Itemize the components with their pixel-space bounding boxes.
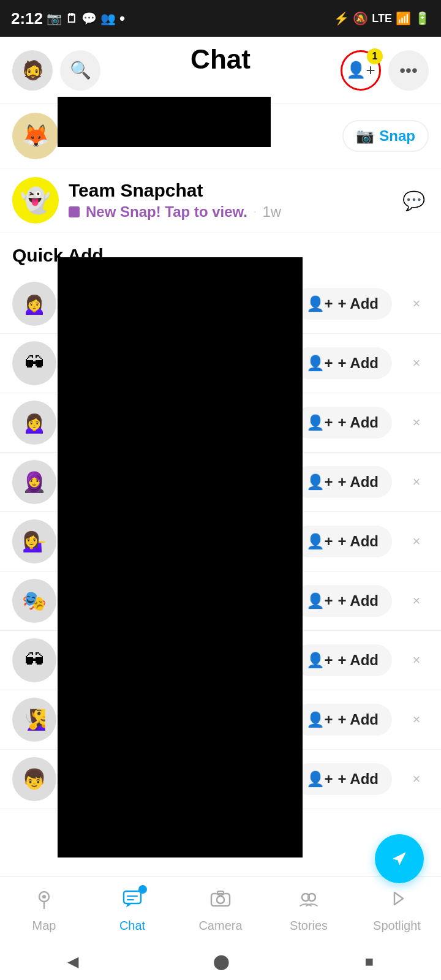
qa-add-button-7[interactable]: 👤+ + Add <box>293 644 392 676</box>
user-avatar[interactable]: 🧔 <box>12 50 53 91</box>
home-button[interactable]: ⬤ <box>213 953 230 970</box>
qa-add-button-4[interactable]: 👤+ + Add <box>293 466 392 498</box>
add-label-9: + Add <box>338 771 379 788</box>
status-bar: 2:12 📷 🗒 💬 👥 • ⚡ 🔕 LTE 📶 🔋 <box>0 0 441 37</box>
qa-dismiss-8[interactable]: × <box>404 707 429 732</box>
add-friend-small-icon: 👤+ <box>306 473 333 491</box>
search-button[interactable]: 🔍 <box>60 50 100 91</box>
chat-header: 🧔 🔍 Chat 👤+ 1 ••• <box>0 37 441 104</box>
redacted-content-2 <box>58 257 303 858</box>
qa-avatar-4: 🧕 <box>12 460 56 504</box>
qa-add-button-1[interactable]: 👤+ + Add <box>293 288 392 320</box>
teams-icon: 👥 <box>100 11 116 26</box>
nav-item-map[interactable]: Map <box>0 888 88 933</box>
photo-icon: 📷 <box>47 11 62 26</box>
team-snapchat-content: Team Snapchat New Snap! Tap to view. · 1… <box>69 180 388 221</box>
snap-label: Snap <box>379 127 415 145</box>
redacted-content-1 <box>58 97 271 147</box>
qa-add-button-8[interactable]: 👤+ + Add <box>293 704 392 736</box>
nav-item-spotlight[interactable]: Spotlight <box>353 888 441 933</box>
add-label-6: + Add <box>338 592 379 609</box>
signal-icon: 📶 <box>396 11 411 26</box>
qa-avatar-2: 🕶 <box>12 341 56 385</box>
add-label-5: + Add <box>338 533 379 550</box>
qa-avatar-7: 🕶 <box>12 638 56 682</box>
notification-badge: 1 <box>367 48 383 64</box>
nav-label-spotlight: Spotlight <box>373 919 421 933</box>
purple-snap-dot <box>69 206 80 217</box>
chat-item-team-snapchat[interactable]: 👻 Team Snapchat New Snap! Tap to view. ·… <box>0 168 441 233</box>
dot-indicator: • <box>119 9 125 28</box>
qa-avatar-5: 💁‍♀️ <box>12 519 56 564</box>
new-snap-text: New Snap! Tap to view. <box>86 203 247 221</box>
more-options-button[interactable]: ••• <box>388 50 429 91</box>
qa-dismiss-3[interactable]: × <box>404 410 429 435</box>
snap-button[interactable]: 📷 Snap <box>342 120 429 152</box>
camera-icon: 📷 <box>356 127 374 145</box>
nav-label-map: Map <box>32 919 56 933</box>
add-label-4: + Add <box>338 473 379 491</box>
qa-dismiss-1[interactable]: × <box>404 292 429 316</box>
qa-add-button-6[interactable]: 👤+ + Add <box>293 585 392 617</box>
qa-add-button-5[interactable]: 👤+ + Add <box>293 526 392 557</box>
add-label-8: + Add <box>338 711 379 728</box>
qa-dismiss-5[interactable]: × <box>404 529 429 554</box>
add-friend-small-icon: 👤+ <box>306 295 333 312</box>
add-label-7: + Add <box>338 652 379 669</box>
qa-add-button-3[interactable]: 👤+ + Add <box>293 407 392 439</box>
nav-item-stories[interactable]: Stories <box>265 888 353 933</box>
add-friend-small-icon: 👤+ <box>306 533 333 550</box>
battery-icon: 🔋 <box>415 11 430 26</box>
messenger-icon: 💬 <box>81 11 97 26</box>
svg-marker-10 <box>394 892 403 905</box>
qa-dismiss-7[interactable]: × <box>404 648 429 673</box>
add-friend-small-icon: 👤+ <box>306 414 333 431</box>
team-snapchat-preview: New Snap! Tap to view. · 1w <box>69 203 388 221</box>
android-nav-bar: ◀ ⬤ ■ <box>0 943 441 980</box>
notes-icon: 🗒 <box>66 12 78 26</box>
back-button[interactable]: ◀ <box>67 953 78 970</box>
map-icon <box>33 888 55 915</box>
qa-avatar-1: 🙍‍♀️ <box>12 282 56 326</box>
add-friend-small-icon: 👤+ <box>306 711 333 728</box>
add-friend-small-icon: 👤+ <box>306 652 333 669</box>
qa-avatar-9: 👦 <box>12 757 56 801</box>
add-label-2: + Add <box>338 355 379 372</box>
nav-label-chat: Chat <box>119 919 145 933</box>
add-friend-small-icon: 👤+ <box>306 355 333 372</box>
bluetooth-icon: ⚡ <box>334 11 349 26</box>
team-snapchat-name: Team Snapchat <box>69 180 388 201</box>
add-friend-button[interactable]: 👤+ 1 <box>341 50 381 91</box>
friend1-avatar: 🦊 <box>12 113 59 159</box>
page-title: Chat <box>190 44 251 75</box>
team-snapchat-avatar: 👻 <box>12 177 59 224</box>
mute-icon: 🔕 <box>353 11 368 26</box>
qa-dismiss-2[interactable]: × <box>404 351 429 375</box>
nav-label-stories: Stories <box>290 919 328 933</box>
nav-item-chat[interactable]: Chat <box>88 888 176 933</box>
svg-point-6 <box>217 896 224 903</box>
qa-avatar-6: 🎭 <box>12 579 56 623</box>
compose-fab[interactable] <box>375 834 424 883</box>
qa-avatar-8: 🧏‍♀️ <box>12 698 56 742</box>
nav-label-camera: Camera <box>198 919 242 933</box>
qa-dismiss-9[interactable]: × <box>404 767 429 791</box>
recents-button[interactable]: ■ <box>364 953 374 970</box>
spotlight-icon <box>386 888 408 915</box>
add-label-3: + Add <box>338 414 379 431</box>
chat-bubble-icon: 💬 <box>398 185 429 216</box>
qa-add-button-2[interactable]: 👤+ + Add <box>293 347 392 379</box>
add-friend-small-icon: 👤+ <box>306 771 333 788</box>
add-friend-small-icon: 👤+ <box>306 592 333 609</box>
qa-dismiss-4[interactable]: × <box>404 470 429 494</box>
qa-dismiss-6[interactable]: × <box>404 589 429 613</box>
qa-add-button-9[interactable]: 👤+ + Add <box>293 763 392 795</box>
add-label-1: + Add <box>338 295 379 312</box>
svg-rect-2 <box>124 891 141 903</box>
lte-icon: LTE <box>372 12 392 25</box>
status-time: 2:12 <box>11 9 43 28</box>
svg-point-1 <box>42 895 46 899</box>
camera-nav-icon <box>209 888 232 915</box>
snap-time: 1w <box>263 203 282 221</box>
nav-item-camera[interactable]: Camera <box>176 888 265 933</box>
